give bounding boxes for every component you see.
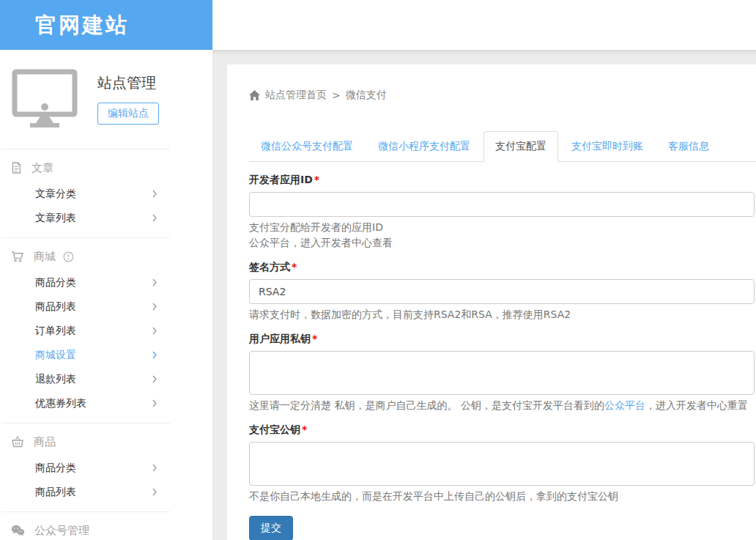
chevron-right-icon: [152, 214, 157, 222]
site-title: 站点管理: [97, 73, 159, 93]
sidebar-header-label: 文章: [32, 161, 53, 175]
article-icon: [11, 162, 22, 174]
field-alipay-public-key: 支付宝公钥* 不是你自己本地生成的，而是在开发平台中上传自己的公钥后，拿到的支付…: [249, 424, 755, 504]
content-shadow: [212, 50, 756, 55]
sidebar-item-coupon-list[interactable]: 优惠券列表: [1, 391, 170, 415]
breadcrumb-home-link[interactable]: 站点管理首页: [265, 89, 327, 102]
basket-icon: [11, 436, 24, 448]
sidebar-item-article-list[interactable]: 文章列表: [1, 206, 170, 230]
private-key-textarea[interactable]: [249, 351, 755, 395]
chevron-right-icon: [152, 351, 157, 359]
sidebar-item-refund-list[interactable]: 退款列表: [1, 367, 170, 391]
field-label: 用户应用私钥*: [249, 333, 755, 346]
submit-button[interactable]: 提交: [249, 516, 293, 540]
sidebar-item-article-categories[interactable]: 文章分类: [1, 182, 170, 206]
chevron-right-icon: [152, 375, 157, 383]
main-panel: 站点管理首页 > 微信支付 微信公众号支付配置 微信小程序支付配置 支付宝配置 …: [227, 64, 756, 540]
tab-wechat-miniprogram-pay[interactable]: 微信小程序支付配置: [366, 131, 482, 162]
chevron-right-icon: [152, 190, 157, 198]
tab-customer-service[interactable]: 客服信息: [656, 131, 721, 162]
home-icon: [249, 90, 260, 100]
sidebar-header-articles: 文章: [1, 154, 170, 182]
payment-config-tabs: 微信公众号支付配置 微信小程序支付配置 支付宝配置 支付宝即时到账 客服信息: [249, 131, 756, 162]
sign-type-input[interactable]: [249, 279, 755, 304]
tab-alipay-instant[interactable]: 支付宝即时到账: [560, 131, 655, 162]
breadcrumb: 站点管理首页 > 微信支付: [249, 89, 756, 102]
sidebar-item-goods-categories[interactable]: 商品分类: [1, 456, 170, 480]
chevron-right-icon: [152, 327, 157, 335]
field-help: 请求支付时，数据加密的方式，目前支持RSA2和RSA，推荐使用RSA2: [249, 307, 755, 322]
sidebar-header-mall: 商城: [1, 243, 170, 270]
sidebar-group-mall: 商城 商品分类 商品列表 订单列表: [1, 237, 170, 423]
cart-icon: [11, 251, 24, 262]
required-mark: *: [292, 261, 297, 273]
field-label: 开发者应用ID*: [249, 174, 755, 187]
required-mark: *: [312, 333, 317, 344]
sidebar-item-order-list[interactable]: 订单列表: [1, 319, 170, 343]
field-private-key: 用户应用私钥* 这里请一定分清楚 私钥，是商户自己生成的。 公钥，是支付宝开发平…: [249, 333, 755, 413]
tab-alipay-config[interactable]: 支付宝配置: [483, 131, 558, 162]
chevron-right-icon: [152, 399, 157, 407]
app-id-input[interactable]: [249, 192, 755, 217]
sidebar-item-goods-list[interactable]: 商品列表: [1, 480, 170, 504]
sidebar-group-official-account: 公众号管理: [1, 511, 170, 540]
chevron-right-icon: [152, 488, 157, 496]
tab-wechat-official-pay[interactable]: 微信公众号支付配置: [249, 131, 365, 162]
info-circle-icon: [63, 251, 74, 262]
breadcrumb-current: 微信支付: [346, 89, 387, 102]
required-mark: *: [302, 424, 307, 435]
field-label: 签名方式*: [249, 261, 755, 274]
monitor-icon: [11, 69, 78, 149]
breadcrumb-separator: >: [332, 89, 341, 101]
alipay-public-key-textarea[interactable]: [249, 442, 755, 486]
chevron-right-icon: [152, 278, 157, 286]
sidebar-header-official-account: 公众号管理: [1, 517, 170, 540]
brand-logo: 官网建站: [0, 0, 212, 50]
sidebar-group-goods: 商品 商品分类 商品列表: [1, 423, 170, 511]
sidebar-item-mall-settings[interactable]: 商城设置: [1, 343, 170, 367]
public-platform-link[interactable]: 公众平台: [604, 399, 645, 411]
field-label: 支付宝公钥*: [249, 424, 755, 437]
sidebar-item-product-categories[interactable]: 商品分类: [1, 270, 170, 295]
field-sign-type: 签名方式* 请求支付时，数据加密的方式，目前支持RSA2和RSA，推荐使用RSA…: [249, 261, 755, 322]
field-help: 支付宝分配给开发者的应用ID 公众平台，进入开发者中心查看: [249, 220, 755, 251]
alipay-config-form: 开发者应用ID* 支付宝分配给开发者的应用ID 公众平台，进入开发者中心查看 签…: [249, 174, 755, 540]
edit-site-button[interactable]: 编辑站点: [97, 103, 159, 125]
wechat-icon: [11, 525, 25, 536]
chevron-right-icon: [152, 303, 157, 311]
field-app-id: 开发者应用ID* 支付宝分配给开发者的应用ID 公众平台，进入开发者中心查看: [249, 174, 755, 251]
required-mark: *: [314, 174, 319, 185]
field-help: 这里请一定分清楚 私钥，是商户自己生成的。 公钥，是支付宝开发平台看到的公众平台…: [249, 398, 755, 413]
sidebar-item-product-list[interactable]: 商品列表: [1, 295, 170, 319]
sidebar: 站点管理 编辑站点 文章 文章分类 文章列表: [0, 50, 212, 540]
sidebar-header-goods: 商品: [1, 428, 170, 456]
field-help: 不是你自己本地生成的，而是在开发平台中上传自己的公钥后，拿到的支付宝公钥: [249, 489, 755, 504]
site-profile: 站点管理 编辑站点: [0, 50, 212, 149]
chevron-right-icon: [152, 464, 157, 472]
sidebar-group-articles: 文章 文章分类 文章列表: [1, 149, 170, 237]
